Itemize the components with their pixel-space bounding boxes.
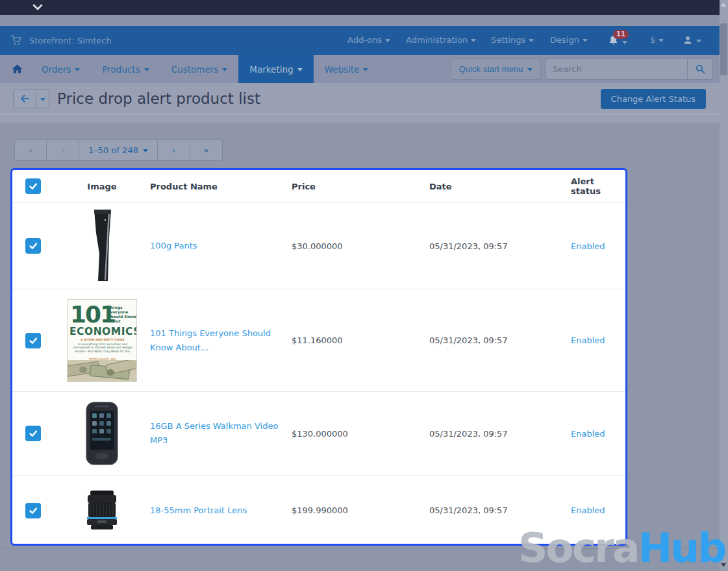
caret-down-icon (385, 39, 390, 42)
row-checkbox[interactable] (25, 238, 41, 254)
caret-down-icon (222, 68, 227, 71)
page-title-bar: Price drop alert product list Change Ale… (0, 83, 720, 115)
cart-icon (10, 34, 22, 46)
storefront-selector[interactable]: Storefront: Simtech (29, 36, 112, 45)
caret-down-icon (40, 98, 45, 101)
pagination-last-button[interactable]: » (190, 140, 223, 161)
product-table: Image Product Name Price Date Alert stat… (10, 168, 627, 546)
caret-down-icon (583, 39, 588, 42)
product-date: 05/31/2023, 09:57 (429, 505, 571, 515)
admin-header: Storefront: Simtech Add-ons Administrati… (0, 26, 720, 55)
user-menu[interactable] (683, 35, 701, 45)
product-name-link[interactable]: 16GB A Series Walkman Video MP3 (150, 419, 283, 448)
back-dropdown-button[interactable] (36, 89, 49, 108)
arrow-left-icon (20, 95, 30, 103)
scrollbar-thumb[interactable] (720, 23, 727, 75)
product-image-lens (81, 490, 123, 531)
product-image-economics-book: 101 Things Everyone Should Know about EC… (67, 299, 137, 382)
sub-band (0, 115, 720, 123)
pagination-first-button[interactable]: « (14, 140, 47, 161)
column-header-image: Image (54, 182, 150, 191)
home-icon (12, 64, 23, 74)
content-footer-line (0, 548, 720, 549)
chevron-down-icon[interactable] (32, 3, 43, 11)
nav-products[interactable]: Products (91, 55, 160, 83)
alert-status-link[interactable]: Enabled (571, 335, 605, 345)
row-checkbox[interactable] (25, 333, 41, 348)
back-button-group (13, 89, 49, 108)
menu-settings[interactable]: Settings (491, 35, 534, 45)
caret-down-icon (143, 149, 148, 152)
caret-down-icon (622, 41, 627, 44)
row-checkbox[interactable] (25, 503, 41, 518)
product-price: $199.990000 (292, 505, 429, 515)
menu-design[interactable]: Design (550, 35, 588, 45)
column-header-date: Date (429, 182, 571, 191)
product-name-link[interactable]: 100g Pants (150, 239, 283, 253)
pagination-prev-button[interactable]: ‹ (47, 140, 79, 161)
nav-orders[interactable]: Orders (31, 55, 91, 83)
row-checkbox[interactable] (25, 426, 41, 441)
page-title: Price drop alert product list (57, 90, 260, 107)
search-group (546, 58, 713, 80)
product-image-pants (88, 208, 116, 284)
pagination: « ‹ 1–50 of 248 › » (14, 140, 223, 161)
user-icon (683, 35, 693, 45)
nav-home[interactable] (4, 55, 31, 83)
product-name-link[interactable]: 101 Things Everyone Should Know About... (150, 326, 283, 355)
product-name-link[interactable]: 18-55mm Portrait Lens (150, 504, 283, 518)
menu-addons[interactable]: Add-ons (347, 35, 390, 45)
table-header-row: Image Product Name Price Date Alert stat… (12, 170, 625, 202)
alert-status-link[interactable]: Enabled (571, 241, 605, 251)
caret-down-icon (363, 68, 368, 71)
caret-down-icon (144, 68, 149, 71)
pagination-range-dropdown[interactable]: 1–50 of 248 (79, 140, 158, 161)
caret-down-icon (529, 39, 534, 42)
product-date: 05/31/2023, 09:57 (429, 429, 571, 439)
column-header-product-name: Product Name (150, 182, 292, 191)
search-input[interactable] (546, 58, 687, 80)
chrome-gap (0, 15, 720, 26)
select-all-checkbox[interactable] (25, 178, 41, 194)
column-header-price: Price (292, 182, 429, 191)
caret-down-icon (471, 39, 476, 42)
notification-badge: 11 (613, 30, 629, 39)
product-price: $30.000000 (292, 241, 429, 251)
caret-down-icon (696, 40, 701, 43)
table-row: 16GB A Series Walkman Video MP3 $130.000… (12, 391, 625, 475)
caret-down-icon (75, 68, 80, 71)
currency-menu[interactable]: $ (650, 35, 664, 45)
scroll-up-arrow-icon[interactable] (721, 3, 726, 6)
back-button[interactable] (13, 89, 36, 108)
menu-administration[interactable]: Administration (406, 35, 476, 45)
top-chrome-bar (0, 0, 720, 15)
product-image-walkman (84, 402, 119, 465)
caret-down-icon (527, 68, 533, 71)
admin-screen: Storefront: Simtech Add-ons Administrati… (0, 0, 728, 571)
table-row: 101 Things Everyone Should Know about EC… (12, 289, 625, 391)
money-photo (68, 360, 137, 382)
product-price: $11.160000 (292, 335, 429, 345)
alert-status-link[interactable]: Enabled (571, 429, 605, 439)
product-date: 05/31/2023, 09:57 (429, 241, 571, 251)
column-header-alert-status: Alert status (571, 176, 625, 196)
caret-down-icon (297, 68, 303, 71)
table-row: 18-55mm Portrait Lens $199.990000 05/31/… (12, 475, 625, 545)
search-button[interactable] (687, 58, 713, 80)
notifications-menu[interactable]: 11 (608, 35, 627, 48)
search-icon (696, 64, 705, 74)
scroll-down-arrow-icon[interactable] (721, 563, 726, 567)
vertical-scrollbar[interactable] (720, 0, 728, 571)
caret-down-icon (659, 39, 664, 42)
quick-start-menu-button[interactable]: Quick start menu (451, 58, 541, 80)
table-row: 100g Pants $30.000000 05/31/2023, 09:57 … (12, 202, 625, 289)
change-alert-status-button[interactable]: Change Alert Status (601, 89, 706, 109)
nav-customers[interactable]: Customers (160, 55, 239, 83)
pagination-next-button[interactable]: › (158, 140, 190, 161)
product-date: 05/31/2023, 09:57 (429, 335, 571, 345)
alert-status-link[interactable]: Enabled (571, 505, 605, 515)
nav-marketing-active[interactable]: Marketing (238, 55, 313, 83)
product-price: $130.000000 (292, 429, 429, 439)
nav-website[interactable]: Website (314, 55, 380, 83)
